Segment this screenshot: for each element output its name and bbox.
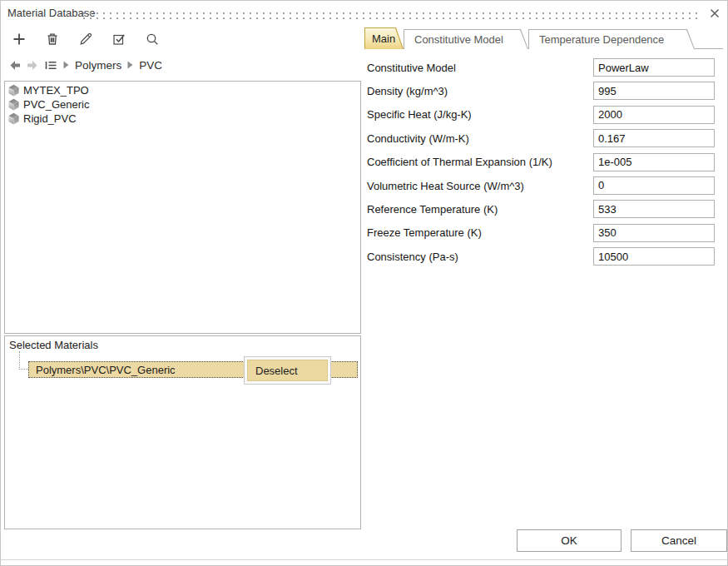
material-cube-icon (7, 98, 20, 111)
form-row: Coefficient of Thermal Expansion (1/K) (367, 151, 721, 174)
material-database-dialog: Material Database (0, 0, 728, 566)
material-name: Rigid_PVC (23, 112, 77, 125)
field-label: Specific Heat (J/kg-K) (367, 108, 472, 121)
form-row: Volumetric Heat Source (W/m^3) (367, 174, 721, 197)
material-name: MYTEX_TPO (23, 84, 89, 97)
field-label: Conductivity (W/m-K) (367, 132, 469, 145)
chevron-right-icon (127, 61, 133, 69)
field-label: Coefficient of Thermal Expansion (1/K) (367, 156, 552, 168)
add-material-button[interactable] (11, 32, 27, 47)
form-row: Consistency (Pa-s) (367, 245, 721, 268)
freeze-temperature-input[interactable] (593, 224, 715, 242)
ok-button[interactable]: OK (517, 529, 622, 552)
breadcrumb-item-pvc[interactable]: PVC (139, 59, 162, 72)
toolbar (11, 30, 160, 48)
form-row: Constitutive Model (367, 56, 721, 79)
chevron-right-icon (63, 61, 69, 69)
constitutive-model-input[interactable] (593, 58, 715, 77)
tab-temperature-dependence[interactable]: Temperature Dependence (528, 29, 695, 49)
selected-materials-header: Selected Materials (9, 339, 98, 351)
drag-handle-dots[interactable] (81, 11, 698, 20)
material-name: PVC_Generic (23, 98, 89, 111)
deselect-menu-item[interactable]: Deselect (247, 360, 328, 381)
field-label: Reference Temperature (K) (367, 203, 498, 216)
field-label: Volumetric Heat Source (W/m^3) (367, 180, 524, 192)
specific-heat-input[interactable] (593, 106, 715, 124)
search-icon (145, 32, 160, 47)
material-cube-icon (7, 84, 20, 97)
form-row: Specific Heat (J/kg-K) (367, 103, 721, 127)
pencil-icon (78, 32, 93, 47)
window-bottom-frame (1, 559, 727, 560)
trash-icon (45, 32, 60, 47)
density-input[interactable] (593, 82, 715, 100)
form-row: Freeze Temperature (K) (367, 221, 721, 245)
edit-material-button[interactable] (77, 32, 93, 47)
breadcrumb-item-polymers[interactable]: Polymers (75, 59, 121, 72)
list-item[interactable]: Rigid_PVC (5, 112, 360, 126)
field-label: Freeze Temperature (K) (367, 226, 482, 239)
context-menu: Deselect (244, 356, 331, 385)
selected-material-path: Polymers\PVC\PVC_Generic (36, 364, 176, 376)
cancel-button[interactable]: Cancel (631, 529, 727, 552)
field-label: Consistency (Pa-s) (367, 251, 458, 263)
plus-icon (12, 32, 27, 47)
main-tab-form: Constitutive Model Density (kg/m^3) Spec… (367, 56, 721, 269)
list-item[interactable]: MYTEX_TPO (5, 83, 360, 97)
heat-source-input[interactable] (593, 176, 715, 195)
search-material-button[interactable] (144, 32, 160, 47)
consistency-input[interactable] (593, 247, 715, 266)
tab-constitutive-model[interactable]: Constitutive Model (404, 29, 528, 49)
thermal-expansion-input[interactable] (593, 153, 715, 171)
material-list-panel: MYTEX_TPO PVC_Generic Rigid_PVC (4, 81, 361, 334)
reference-temperature-input[interactable] (593, 200, 715, 218)
close-icon (709, 7, 721, 19)
field-label: Density (kg/m^3) (367, 85, 448, 97)
check-square-icon (111, 32, 126, 47)
tree-list-icon[interactable] (44, 59, 57, 72)
tree-connector (19, 351, 28, 370)
delete-material-button[interactable] (44, 32, 60, 47)
conductivity-input[interactable] (593, 129, 715, 147)
form-row: Reference Temperature (K) (367, 197, 721, 221)
select-material-button[interactable] (111, 32, 126, 47)
back-arrow-icon[interactable] (9, 60, 21, 71)
form-row: Density (kg/m^3) (367, 79, 721, 102)
tab-main[interactable]: Main (364, 27, 404, 49)
forward-arrow-icon[interactable] (27, 60, 38, 71)
title-bar[interactable]: Material Database (1, 1, 727, 24)
field-label: Constitutive Model (367, 62, 456, 74)
close-button[interactable] (707, 6, 722, 21)
form-row: Conductivity (W/m-K) (367, 127, 721, 150)
list-item[interactable]: PVC_Generic (5, 97, 360, 112)
breadcrumb: Polymers PVC (9, 56, 162, 74)
material-cube-icon (7, 112, 20, 125)
